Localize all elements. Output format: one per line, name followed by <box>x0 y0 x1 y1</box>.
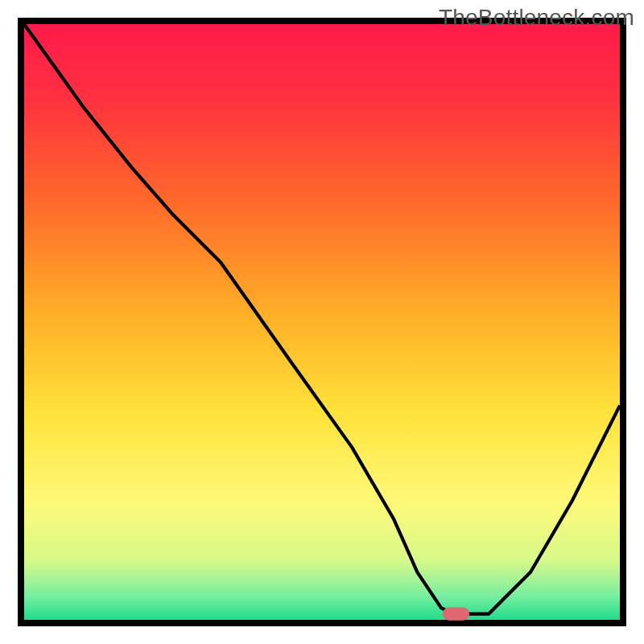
axis-left <box>18 18 24 626</box>
chart-svg <box>0 0 644 644</box>
optimal-point-marker <box>443 607 469 620</box>
chart-container: TheBottleneck.com <box>0 0 644 644</box>
plot-background <box>24 24 620 620</box>
axis-right <box>620 18 626 626</box>
watermark-text: TheBottleneck.com <box>439 5 634 31</box>
axis-bottom <box>18 620 626 626</box>
